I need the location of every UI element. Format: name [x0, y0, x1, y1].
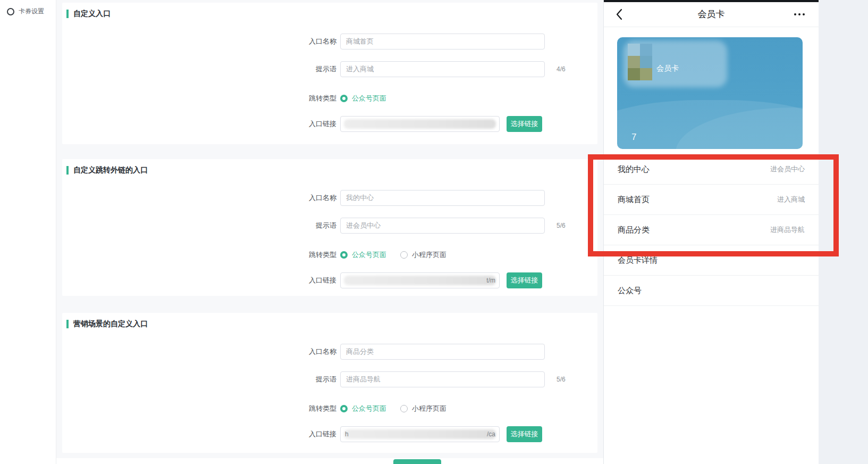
section-title: 自定义跳转外链的入口	[73, 165, 148, 175]
entry-link-input[interactable]: t/m	[340, 272, 500, 288]
member-card: 会员卡 7	[617, 37, 803, 149]
list-item-member-card-detail[interactable]: 会员卡详情	[604, 245, 819, 276]
sidebar-item-label: 卡券设置	[19, 7, 44, 16]
list-item-goods-category[interactable]: 商品分类 进商品导航	[604, 215, 819, 245]
form-row-entry-name: 入口名称	[62, 34, 597, 49]
phone-header: 会员卡	[604, 2, 819, 27]
list-item-official-account[interactable]: 公众号	[604, 276, 819, 306]
radio-official-account-page[interactable]	[340, 405, 348, 412]
section-custom-external-link-entry: 自定义跳转外链的入口 入口名称 提示语 5/6 跳转类型 公众号页面 小程序页面	[62, 159, 597, 296]
sidebar-item-card-coupon-settings[interactable]: 卡券设置	[0, 0, 56, 16]
entry-name-input[interactable]	[340, 190, 545, 206]
entry-name-label: 入口名称	[62, 190, 336, 206]
form-row-entry-name: 入口名称	[62, 344, 597, 360]
member-card-label: 会员卡	[656, 64, 679, 73]
section-header: 自定义入口	[66, 9, 111, 19]
radio-miniprogram-page[interactable]	[400, 251, 408, 259]
mosaic-pixel	[628, 44, 640, 56]
list-item-name: 商城首页	[618, 195, 650, 205]
radio-miniprogram-label[interactable]: 小程序页面	[412, 250, 446, 260]
section-title: 自定义入口	[73, 9, 111, 19]
list-item-name: 公众号	[618, 286, 642, 296]
section-accent-bar	[66, 320, 69, 328]
entry-name-label: 入口名称	[62, 344, 336, 360]
form-row-jump-type: 跳转类型 公众号页面 小程序页面	[62, 250, 597, 260]
link-visible-prefix: h	[345, 427, 349, 442]
radio-miniprogram-page[interactable]	[400, 405, 408, 412]
char-counter: 4/6	[557, 61, 566, 77]
save-button[interactable]	[393, 459, 441, 464]
hint-input[interactable]	[340, 371, 545, 387]
blurred-link-value	[344, 429, 496, 439]
jump-type-label: 跳转类型	[62, 93, 336, 104]
char-counter: 5/6	[557, 371, 566, 387]
list-item-mall-home[interactable]: 商城首页 进入商城	[604, 185, 819, 215]
jump-type-label: 跳转类型	[62, 250, 336, 260]
blurred-link-value	[344, 276, 496, 285]
list-item-name: 会员卡详情	[618, 255, 658, 266]
member-card-number: 7	[631, 132, 636, 143]
main-content: 自定义入口 入口名称 提示语 4/6 跳转类型 公众号页面 入口链接	[56, 0, 603, 464]
jump-type-radio-group: 公众号页面 小程序页面	[340, 250, 446, 260]
list-item-hint: 进会员中心	[770, 164, 805, 174]
radio-official-account-label[interactable]: 公众号页面	[352, 404, 386, 413]
entry-name-input[interactable]	[340, 344, 545, 360]
entry-link-label: 入口链接	[62, 426, 336, 442]
entry-link-label: 入口链接	[62, 116, 336, 132]
hint-label: 提示语	[62, 61, 336, 77]
mosaic-pixel	[640, 68, 652, 80]
mosaic-pixel	[640, 44, 652, 56]
jump-type-radio-group: 公众号页面 小程序页面	[340, 403, 446, 414]
list-item-hint: 进入商城	[777, 195, 805, 204]
form-row-hint: 提示语 5/6	[62, 218, 597, 234]
hint-input[interactable]	[340, 218, 545, 234]
radio-official-account-label[interactable]: 公众号页面	[352, 94, 386, 103]
form-row-entry-link: 入口链接 选择链接	[62, 116, 597, 132]
form-row-entry-link: 入口链接 h /ca 选择链接	[62, 426, 597, 442]
entry-name-label: 入口名称	[62, 34, 336, 49]
section-custom-entry: 自定义入口 入口名称 提示语 4/6 跳转类型 公众号页面 入口链接	[62, 3, 597, 144]
mosaic-pixel	[640, 56, 652, 68]
section-accent-bar	[66, 166, 69, 175]
circle-bullet-icon	[7, 8, 14, 15]
mosaic-pixel	[628, 56, 640, 68]
list-item-hint: 进商品导航	[770, 225, 805, 235]
choose-link-button[interactable]: 选择链接	[507, 116, 542, 132]
form-row-jump-type: 跳转类型 公众号页面	[62, 93, 597, 104]
entry-link-input[interactable]	[340, 116, 500, 132]
form-row-entry-name: 入口名称	[62, 190, 597, 206]
link-visible-suffix: t/m	[486, 273, 495, 288]
choose-link-button[interactable]: 选择链接	[507, 272, 542, 288]
hint-label: 提示语	[62, 371, 336, 387]
entry-name-input[interactable]	[340, 34, 545, 49]
form-row-hint: 提示语 5/6	[62, 371, 597, 387]
section-header: 自定义跳转外链的入口	[66, 165, 148, 175]
section-marketing-scene-entry: 营销场景的自定义入口 入口名称 提示语 5/6 跳转类型 公众号页面 小程序页面	[62, 313, 597, 453]
phone-preview-panel: 会员卡 会员卡 7 我的中心 进会员中心 商城首页 进入商城	[603, 0, 819, 464]
entry-link-input[interactable]: h /ca	[340, 426, 500, 442]
back-icon[interactable]	[616, 9, 623, 20]
list-item-my-center[interactable]: 我的中心 进会员中心	[604, 154, 819, 185]
sidebar: 卡券设置	[0, 0, 56, 464]
more-menu-icon[interactable]	[794, 13, 805, 15]
section-accent-bar	[66, 10, 69, 18]
list-item-name: 我的中心	[618, 164, 650, 175]
blurred-link-value	[344, 119, 496, 129]
entry-link-label: 入口链接	[62, 272, 336, 288]
page-title: 会员卡	[604, 2, 819, 27]
form-row-hint: 提示语 4/6	[62, 61, 597, 77]
mosaic-pixel	[628, 68, 640, 80]
jump-type-label: 跳转类型	[62, 403, 336, 414]
hint-label: 提示语	[62, 218, 336, 234]
choose-link-button[interactable]: 选择链接	[507, 426, 542, 442]
jump-type-radio-group: 公众号页面	[340, 93, 386, 104]
link-visible-suffix: /ca	[487, 427, 495, 442]
radio-miniprogram-label[interactable]: 小程序页面	[412, 404, 446, 413]
char-counter: 5/6	[557, 218, 566, 234]
list-item-name: 商品分类	[618, 225, 650, 235]
hint-input[interactable]	[340, 61, 545, 77]
radio-official-account-page[interactable]	[340, 95, 348, 102]
radio-official-account-label[interactable]: 公众号页面	[352, 250, 386, 260]
radio-official-account-page[interactable]	[340, 251, 348, 259]
section-title: 营销场景的自定义入口	[73, 319, 148, 329]
